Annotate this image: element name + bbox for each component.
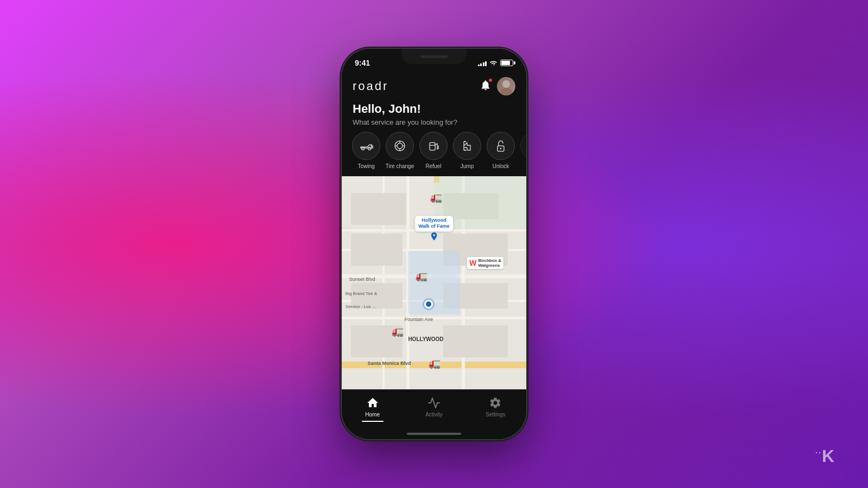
settings-icon [489,396,502,409]
refuel-icon-circle [419,132,448,160]
fountain-ave-road [342,317,526,319]
service-unlock[interactable]: Unlock [485,132,516,170]
header-icons [480,77,515,95]
blue-zone [408,251,459,315]
jump-label: Jump [461,163,474,170]
walgreens-marker: W Birchbox &Walgreens [467,257,503,269]
battery-icon [500,60,513,66]
poi-hollywood[interactable]: Hollywood Walk of Fame [415,215,453,241]
tire-shop-label-1: Big Brand Tire & [346,291,377,296]
services-row: Towing Tire change [342,132,526,176]
map-container[interactable]: Hollywood Walk of Fame W Birchbox &Walgr… [342,176,526,389]
map-block-1 [351,193,406,225]
unlock-icon-circle [487,132,515,160]
avatar[interactable] [497,77,515,95]
svg-point-1 [500,88,512,95]
home-indicator [342,428,526,439]
svg-point-2 [362,147,365,150]
signal-icon [478,60,487,66]
watermark: ··K [815,446,835,466]
bottom-nav: Home Activity Settings [342,389,526,428]
service-towing[interactable]: Towing [350,132,382,170]
ev-icon-circle [520,132,526,160]
map-truck-3: 🚛 [392,325,404,337]
svg-point-3 [368,147,371,150]
app-header: roadr [342,73,526,95]
notification-button[interactable] [480,79,492,93]
poi-label: Hollywood Walk of Fame [415,216,453,232]
refuel-label: Refuel [426,163,442,170]
greeting-subtitle: What service are you looking for? [353,118,515,126]
svg-rect-10 [430,143,435,150]
svg-point-0 [502,80,510,88]
notification-dot [488,78,493,82]
towing-icon-circle [352,132,380,160]
map-truck-1: 🚛 [430,191,442,203]
service-refuel[interactable]: Refuel [418,132,449,170]
poi-name-line1: Hollywood [418,217,450,224]
wifi-icon [489,60,497,66]
poi-pin-icon [429,232,439,241]
nav-settings-label: Settings [486,412,505,418]
status-time: 9:41 [355,59,370,67]
map-truck-2: 🚛 [416,270,427,282]
map-block-8 [443,325,508,357]
svg-point-13 [500,148,502,150]
activity-icon [427,396,441,409]
tire-change-label: Tire change [386,163,414,170]
nav-home-label: Home [365,412,380,418]
unlock-label: Unlock [493,163,509,170]
map-block-3 [351,234,403,266]
phone-shell: 9:41 [342,49,526,439]
nav-activity[interactable]: Activity [403,396,464,418]
service-tire-change[interactable]: Tire change [384,132,416,170]
santa-monica-label: Santa Monica Blvd [368,361,411,366]
nav-home-indicator [362,421,384,422]
nav-activity-label: Activity [425,412,443,418]
greeting-title: Hello, John! [353,102,515,116]
tire-shop-label-2: Service - Los ... [346,304,376,309]
tire-change-icon-circle [386,132,414,160]
home-indicator-line [407,433,461,435]
fountain-ave-label: Fountain Ave [405,317,433,322]
status-icons [478,60,514,66]
map-truck-4: 🚛 [429,357,441,369]
jump-icon-circle [453,132,481,160]
nav-settings[interactable]: Settings [465,396,526,418]
speaker [420,55,448,58]
nav-home[interactable]: Home [342,396,403,418]
poi-name-line2: Walk of Fame [418,223,450,230]
app-logo: roadr [353,79,388,93]
hollywood-label: HOLLYWOOD [408,336,443,342]
towing-label: Towing [358,163,374,170]
service-ev[interactable]: EV [519,132,526,170]
svg-point-5 [397,143,403,149]
user-location-dot [424,300,433,309]
greeting-section: Hello, John! What service are you lookin… [342,95,526,132]
watermark-letter: K [822,446,835,466]
app-content: roadr [342,73,526,439]
sunset-blvd-label: Sunset Blvd [349,277,375,282]
watermark-dots: ·· [815,448,822,457]
phone-screen: 9:41 [342,49,526,439]
home-icon [366,396,379,409]
phone-notch [401,49,467,64]
service-jump[interactable]: Jump [451,132,483,170]
